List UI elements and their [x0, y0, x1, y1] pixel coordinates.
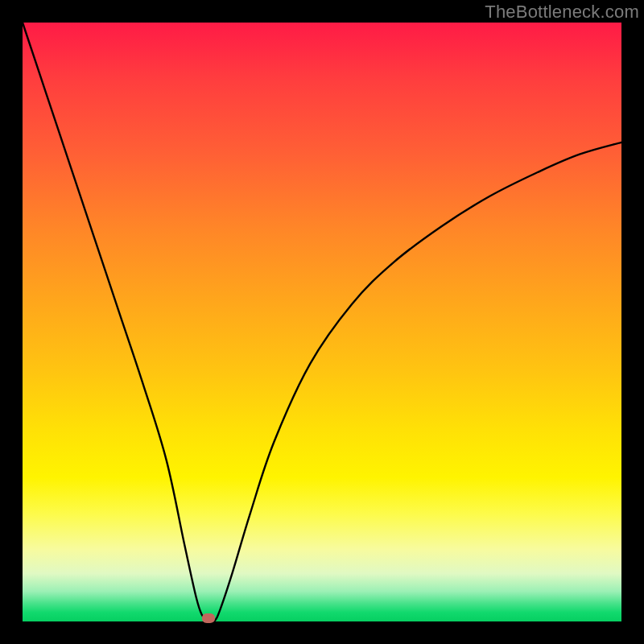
- chart-frame: TheBottleneck.com: [0, 0, 644, 644]
- bottleneck-curve: [23, 23, 621, 621]
- optimal-point-marker: [202, 613, 215, 623]
- chart-plot-area: [23, 23, 621, 621]
- watermark-text: TheBottleneck.com: [485, 2, 639, 23]
